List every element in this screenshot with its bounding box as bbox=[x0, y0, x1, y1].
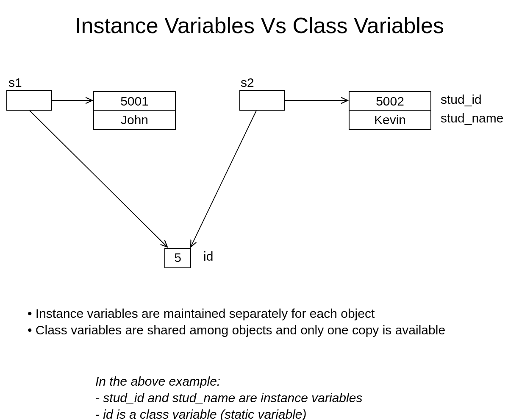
s1-ref-box bbox=[6, 90, 52, 111]
field-label-id: id bbox=[203, 249, 213, 264]
s2-data-table: 5002 Kevin bbox=[349, 91, 431, 130]
s2-label: s2 bbox=[241, 75, 254, 90]
bullet-1: Instance variables are maintained separa… bbox=[28, 305, 445, 322]
example-note: In the above example: - stud_id and stud… bbox=[95, 373, 362, 420]
arrow-s2-to-shared bbox=[191, 111, 256, 247]
shared-id-box: 5 bbox=[164, 248, 191, 268]
field-label-stud-name: stud_name bbox=[441, 111, 503, 125]
s1-label: s1 bbox=[8, 75, 22, 90]
s2-ref-box bbox=[239, 90, 285, 111]
note-line2: - stud_id and stud_name are instance var… bbox=[95, 389, 362, 406]
arrow-s1-to-shared bbox=[30, 111, 167, 247]
s1-stud-id: 5001 bbox=[94, 92, 175, 111]
page-title: Instance Variables Vs Class Variables bbox=[0, 13, 519, 38]
bullet-list: Instance variables are maintained separa… bbox=[28, 305, 445, 338]
note-line3: - id is a class variable (static variabl… bbox=[95, 406, 362, 420]
arrows-layer bbox=[0, 0, 519, 420]
s2-stud-id: 5002 bbox=[350, 92, 430, 111]
s2-stud-name: Kevin bbox=[350, 111, 430, 129]
note-line1: In the above example: bbox=[95, 373, 362, 389]
field-label-stud-id: stud_id bbox=[441, 92, 482, 107]
s1-data-table: 5001 John bbox=[93, 91, 176, 130]
s1-stud-name: John bbox=[94, 111, 175, 129]
bullet-2: Class variables are shared among objects… bbox=[28, 322, 445, 338]
